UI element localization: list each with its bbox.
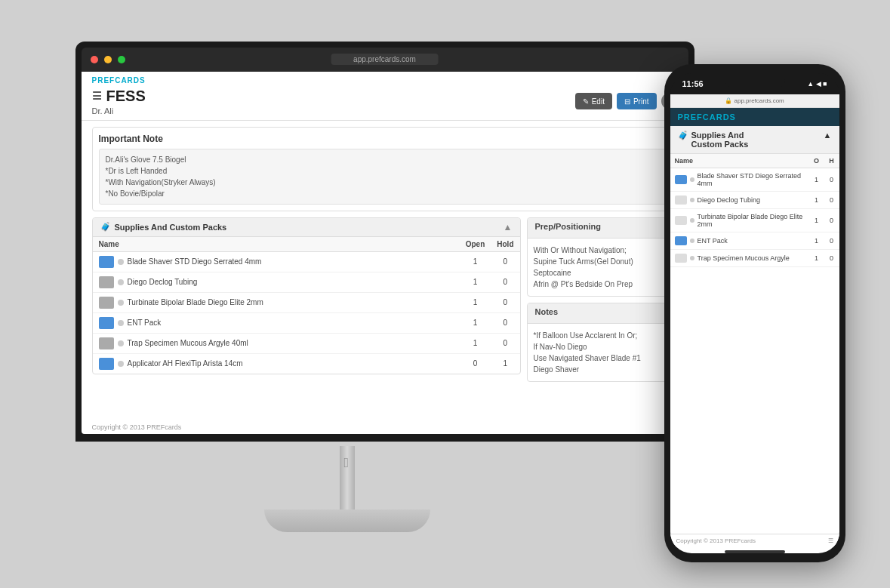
mobile-menu-icon[interactable]: ☰	[828, 537, 833, 544]
item-open-cell: 1	[460, 333, 491, 353]
item-hold-cell: 0	[491, 333, 519, 353]
important-note-section: Important Note Dr.Ali's Glove 7.5 Biogel…	[92, 127, 678, 211]
desktop-app: PREFCARDS ☰ FESS Dr. Ali	[82, 72, 688, 434]
collapse-icon[interactable]: ▲	[504, 222, 513, 232]
note-line-2: *Dr is Left Handed	[106, 165, 664, 177]
item-name-cell: ENT Pack	[93, 312, 460, 333]
imac-dot-yellow[interactable]	[104, 56, 112, 63]
note-line-3: *With Navigation(Stryker Always)	[106, 177, 664, 188]
mobile-item-dot	[690, 177, 694, 182]
imac-device: app.prefcards.com PREFCARDS ☰ FESS	[45, 19, 725, 562]
imac-dot-green[interactable]	[118, 56, 125, 63]
mobile-item-name-text: Blade Shaver STD Diego Serrated 4mm	[698, 172, 805, 187]
mobile-item-thumbnail	[675, 216, 687, 225]
item-open-cell: 1	[460, 312, 491, 333]
edit-button[interactable]: ✎ Edit	[575, 93, 612, 109]
mobile-col-open: O	[809, 154, 824, 168]
procedure-name: FESS	[106, 88, 146, 105]
item-name-cell: Applicator AH FlexiTip Arista 14cm	[93, 353, 460, 374]
item-thumbnail	[99, 256, 114, 268]
supplies-section-header: 🧳 Supplies And Custom Packs ▲	[93, 218, 520, 237]
imac-dot-red[interactable]	[91, 56, 98, 63]
notes-section: Notes *If Balloon Use Acclarent In Or;If…	[527, 303, 678, 382]
supplies-title-text: Supplies And Custom Packs	[115, 223, 227, 232]
hamburger-icon[interactable]: ☰	[92, 90, 102, 102]
mobile-supplies-table: Name O H Blade Shaver STD Diego Serrated…	[670, 154, 839, 267]
imac-screen: PREFCARDS ☰ FESS Dr. Ali	[82, 72, 688, 434]
item-name-text: Applicator AH FlexiTip Arista 14cm	[128, 359, 243, 368]
supplies-section-title: 🧳 Supplies And Custom Packs	[100, 222, 227, 232]
mobile-collapse-icon[interactable]: ▲	[824, 131, 832, 140]
notes-content: *If Balloon Use Acclarent In Or;If Nav-N…	[528, 324, 677, 381]
mobile-item-dot	[690, 218, 694, 223]
item-thumbnail	[99, 317, 114, 329]
mobile-item-hold-cell: 0	[824, 249, 839, 266]
procedure-title-row: ☰ FESS Dr. Ali ✎ Edit	[92, 88, 678, 115]
item-dot	[118, 320, 124, 326]
mobile-content: 🧳 Supplies And Custom Packs ▲ Name O H	[670, 126, 839, 534]
mobile-section-title: 🧳 Supplies And Custom Packs	[678, 131, 824, 149]
lock-icon: 🔒	[725, 97, 732, 104]
mobile-item-hold-cell: 0	[824, 208, 839, 232]
imac-url-text: app.prefcards.com	[353, 55, 416, 63]
item-name-text: Trap Specimen Mucous Argyle 40ml	[128, 339, 248, 347]
mobile-notch	[725, 73, 785, 88]
mobile-item-dot	[690, 256, 694, 260]
mobile-item-name-cell: Diego Declog Tubing	[670, 191, 809, 208]
note-line-1: Dr.Ali's Glove 7.5 Biogel	[106, 154, 664, 165]
mobile-status-icons: ▲ ◀ ■	[807, 80, 827, 88]
item-hold-cell: 0	[491, 251, 519, 272]
prefcards-logo: PREFCARDS	[92, 76, 678, 85]
imac-url-bar: app.prefcards.com	[331, 54, 439, 65]
item-open-cell: 1	[460, 272, 491, 292]
prep-title: Prep/Positioning	[535, 222, 601, 231]
item-hold-cell: 0	[491, 272, 519, 292]
procedure-info: ☰ FESS Dr. Ali	[92, 88, 146, 115]
mobile-app-header: PREFCARDS	[670, 108, 839, 126]
table-row: Blade Shaver STD Diego Serrated 4mm 1 0	[93, 251, 520, 272]
mobile-item-open-cell: 1	[809, 168, 824, 191]
mobile-item-hold-cell: 0	[824, 168, 839, 191]
note-content: Dr.Ali's Glove 7.5 Biogel *Dr is Left Ha…	[99, 149, 671, 205]
print-button[interactable]: ⊟ Print	[617, 93, 657, 109]
mobile-item-name-cell: Turbinate Bipolar Blade Diego Elite 2mm	[670, 208, 809, 232]
mobile-outer: 11:56 ▲ ◀ ■ 🔒 app.prefcards.com PREFCARD…	[664, 64, 845, 562]
mobile-home-bar	[725, 550, 785, 553]
mobile-item-open-cell: 1	[809, 249, 824, 266]
mobile-copyright: Copyright © 2013 PREFcards	[676, 537, 756, 544]
mobile-item-thumbnail	[675, 175, 687, 184]
mobile-item-name-cell: ENT Pack	[670, 232, 809, 249]
edit-label: Edit	[592, 97, 605, 106]
item-name-text: Turbinate Bipolar Blade Diego Elite 2mm	[128, 298, 263, 306]
prep-content: With Or Without Navigation;Supine Tuck A…	[528, 239, 677, 296]
mobile-item-dot	[690, 239, 694, 243]
mobile-item-thumbnail	[675, 236, 687, 245]
app-body: Important Note Dr.Ali's Glove 7.5 Biogel…	[82, 121, 688, 420]
edit-icon: ✎	[583, 97, 589, 106]
mobile-item-name-text: Diego Declog Tubing	[698, 196, 761, 204]
mobile-device: 11:56 ▲ ◀ ■ 🔒 app.prefcards.com PREFCARD…	[664, 64, 845, 562]
mobile-item-name-text: ENT Pack	[698, 237, 728, 245]
supplies-table: Name Open Hold Blade Shaver STD Diego S	[93, 237, 520, 374]
left-panel: 🧳 Supplies And Custom Packs ▲	[92, 217, 521, 414]
item-dot	[118, 300, 124, 306]
mobile-table-row: ENT Pack 1 0	[670, 232, 839, 249]
mobile-url-bar: 🔒 app.prefcards.com	[670, 94, 839, 108]
item-thumbnail	[99, 337, 114, 349]
note-line-4: *No Bovie/Bipolar	[106, 188, 664, 199]
table-row: Turbinate Bipolar Blade Diego Elite 2mm …	[93, 292, 520, 312]
item-name-cell: Blade Shaver STD Diego Serrated 4mm	[93, 251, 460, 272]
item-dot	[118, 361, 124, 367]
table-row: Trap Specimen Mucous Argyle 40ml 1 0	[93, 333, 520, 353]
item-open-cell: 1	[460, 251, 491, 272]
mobile-item-thumbnail	[675, 195, 687, 205]
mobile-table-row: Trap Specimen Mucous Argyle 1 0	[670, 249, 839, 266]
mobile-item-name-text: Trap Specimen Mucous Argyle	[698, 254, 790, 262]
item-hold-cell: 0	[491, 312, 519, 333]
mobile-time: 11:56	[682, 79, 704, 88]
item-name-text: Blade Shaver STD Diego Serrated 4mm	[128, 257, 262, 266]
col-name-header: Name	[93, 237, 460, 252]
item-thumbnail	[99, 358, 114, 370]
imac-chrome-bar: app.prefcards.com	[82, 48, 688, 72]
print-label: Print	[633, 97, 649, 106]
